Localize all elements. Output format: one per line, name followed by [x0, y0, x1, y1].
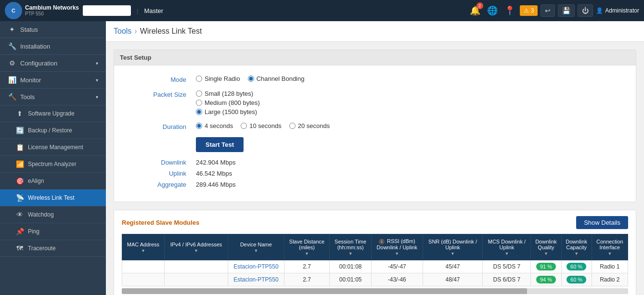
user-label: 👤 Administrator [596, 7, 639, 14]
breadcrumb-tools[interactable]: Tools [114, 27, 131, 36]
role-label: Master [144, 7, 163, 14]
sidebar-item-spectrum-analyzer[interactable]: 📶 Spectrum Analyzer [0, 156, 106, 173]
horizontal-scrollbar[interactable] [122, 288, 628, 294]
mode-controls: Single Radio Channel Bonding [196, 75, 304, 82]
notification-bell-button[interactable]: 🔔 2 [468, 3, 482, 18]
cell-device-name-0[interactable]: Estacion-PTP550 [228, 260, 284, 273]
sidebar-label-ping: Ping [28, 228, 39, 235]
cell-rssi-0: -45/-47 [371, 260, 423, 273]
brand-name: Cambium Networks [25, 4, 79, 11]
wireless-link-test-icon: 📡 [15, 194, 24, 202]
duration-20sec-option[interactable]: 20 seconds [289, 122, 330, 129]
packet-medium-option[interactable]: Medium (800 bytes) [196, 99, 260, 106]
globe-button[interactable]: 🌐 [485, 3, 500, 18]
table-row: Estacion-PTP550 2.7 00:01:08 -45/-47 45/… [122, 260, 628, 273]
cell-ipv4-1 [164, 273, 228, 286]
monitor-icon: 📊 [8, 76, 16, 84]
cell-session-0: 00:01:08 [330, 260, 372, 273]
start-test-button[interactable]: Start Test [196, 137, 244, 152]
top-navigation: C Cambium Networks PTP 550 | Master 🔔 2 … [0, 0, 644, 21]
col-rssi: i RSSI (dBm)Downlink / Uplink▼ [371, 234, 423, 260]
duration-10sec-option[interactable]: 10 seconds [241, 122, 282, 129]
uplink-label: Uplink [129, 170, 186, 177]
capacity-badge-0: 60 % [567, 263, 586, 270]
license-icon: 📋 [15, 143, 24, 151]
packet-large-option[interactable]: Large (1500 bytes) [196, 108, 260, 115]
packet-small-option[interactable]: Small (128 bytes) [196, 90, 260, 97]
tools-icon: 🔨 [8, 93, 16, 101]
duration-4sec-input[interactable] [196, 123, 202, 129]
sidebar-item-monitor[interactable]: 📊 Monitor ▾ [0, 72, 106, 89]
duration-controls: 4 seconds 10 seconds 20 seconds [196, 122, 330, 129]
software-upgrade-icon: ⬆ [15, 110, 24, 117]
sidebar-item-tools[interactable]: 🔨 Tools ▾ [0, 89, 106, 105]
sidebar-label-wireless-link-test: Wireless Link Test [28, 194, 74, 201]
sidebar-item-configuration[interactable]: ⚙ Configuration ▾ [0, 55, 106, 72]
device-name-link-0[interactable]: Estacion-PTP550 [233, 263, 278, 270]
col-connection-interface: ConnectionInterface▼ [592, 234, 628, 260]
test-setup-header: Test Setup [114, 50, 636, 65]
watchdog-icon: 👁 [15, 211, 24, 218]
col-session-time: Session Time(hh:mm:ss)▼ [330, 234, 372, 260]
main-content: Tools › Wireless Link Test Test Setup Mo… [106, 21, 644, 295]
sidebar-item-installation[interactable]: 🔧 Installation [0, 38, 106, 55]
cell-device-name-1[interactable]: Estacion-PTP550 [228, 273, 284, 286]
packet-size-row: Packet Size Small (128 bytes) Medium (80… [129, 90, 621, 115]
ping-icon: 📌 [15, 228, 24, 235]
installation-icon: 🔧 [8, 42, 16, 50]
sidebar-item-backup-restore[interactable]: 🔄 Backup / Restore [0, 122, 106, 139]
start-test-row: Start Test [129, 137, 621, 152]
sidebar-item-traceroute[interactable]: 🗺 Traceroute [0, 240, 106, 257]
sidebar-item-status[interactable]: ✦ Status [0, 21, 106, 38]
configuration-icon: ⚙ [8, 59, 16, 67]
duration-20sec-input[interactable] [289, 123, 296, 129]
status-icon: ✦ [8, 26, 16, 33]
location-button[interactable]: 📍 [502, 3, 517, 18]
sidebar-item-wireless-link-test[interactable]: 📡 Wireless Link Test [0, 190, 106, 206]
col-mac-address: MAC Address▼ [122, 234, 165, 260]
packet-small-input[interactable] [196, 90, 202, 97]
packet-medium-input[interactable] [196, 100, 202, 106]
mode-single-radio-option[interactable]: Single Radio [196, 75, 240, 82]
uplink-result-row: Uplink 46.542 Mbps [129, 170, 621, 177]
col-mcs: MCS Downlink /Uplink▼ [483, 234, 531, 260]
aggregate-value: 289.446 Mbps [196, 181, 235, 188]
sidebar-item-watchdog[interactable]: 👁 Watchdog [0, 206, 106, 223]
cell-mcs-1: DS 6/DS 7 [483, 273, 531, 286]
duration-4sec-option[interactable]: 4 seconds [196, 122, 233, 129]
col-snr: SNR (dB) Downlink /Uplink▼ [423, 234, 483, 260]
slave-modules-table-wrapper: MAC Address▼ IPv4 / IPv6 Addresses▼ Devi… [122, 234, 628, 286]
col-downlink-capacity: DownlinkCapacity▼ [561, 234, 592, 260]
duration-10sec-input[interactable] [241, 123, 247, 129]
sidebar-item-software-upgrade[interactable]: ⬆ Software Upgrade [0, 105, 106, 122]
cell-quality-1: 94 % [531, 273, 561, 286]
backup-restore-icon: 🔄 [15, 127, 24, 134]
power-button[interactable]: ⏻ [578, 4, 593, 17]
sidebar-label-spectrum-analyzer: Spectrum Analyzer [28, 161, 77, 167]
mode-channel-bonding-option[interactable]: Channel Bonding [248, 75, 305, 82]
col-device-name: Device Name▼ [228, 234, 284, 260]
alarm-button[interactable]: ⚠ 3 [520, 5, 538, 16]
sidebar-label-ealign: eAlign [28, 178, 44, 184]
duration-4sec-label: 4 seconds [205, 122, 233, 129]
undo-button[interactable]: ↩ [541, 4, 555, 17]
packet-large-input[interactable] [196, 109, 202, 115]
sidebar-label-status: Status [20, 26, 38, 33]
sidebar-label-watchdog: Watchdog [28, 211, 54, 218]
cell-interface-0: Radio 1 [592, 260, 628, 273]
mode-channel-bonding-input[interactable] [248, 76, 254, 82]
breadcrumb: Tools › Wireless Link Test [106, 21, 644, 42]
sidebar-item-ealign[interactable]: 🎯 eAlign [0, 173, 106, 190]
show-details-button[interactable]: Show Details [576, 216, 628, 229]
sidebar-item-ping[interactable]: 📌 Ping [0, 223, 106, 240]
mode-single-radio-input[interactable] [196, 76, 202, 82]
save-button[interactable]: 💾 [558, 4, 575, 17]
device-name-link-1[interactable]: Estacion-PTP550 [233, 276, 278, 283]
search-input[interactable] [83, 5, 131, 16]
cell-interface-1: Radio 2 [592, 273, 628, 286]
logo-icon: C [5, 2, 22, 19]
sidebar-item-license-management[interactable]: 📋 License Management [0, 139, 106, 156]
capacity-badge-1: 60 % [567, 276, 586, 283]
sidebar: ✦ Status 🔧 Installation ⚙ Configuration … [0, 21, 106, 295]
test-setup-card: Test Setup Mode Single Radio Chan [114, 50, 636, 202]
